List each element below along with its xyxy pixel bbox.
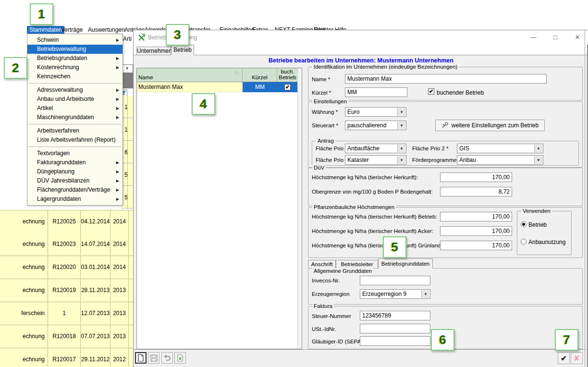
table-row[interactable]: echnung R120018 07.07.2013 2013 [0, 325, 133, 348]
invecos-input[interactable] [360, 276, 430, 285]
confirm-button[interactable]: ✔ [558, 352, 570, 364]
group-legend: Pflanzenbauliche Höchstmengen [312, 204, 396, 210]
betrieb-name-cell[interactable]: Mustermann Max [137, 82, 243, 92]
menu-item-textvorlagen[interactable]: Textvorlagen [27, 149, 122, 158]
tab-betrieb[interactable]: Betrieb [171, 45, 194, 55]
menu-item-betriebsgrunddaten[interactable]: Betriebsgrunddaten▶ [27, 54, 122, 63]
name-input[interactable] [345, 74, 547, 84]
minimize-button[interactable]: — [522, 30, 544, 45]
submenu-arrow-icon: ▶ [116, 185, 119, 195]
hoechstmenge-acker-input[interactable] [440, 226, 512, 236]
submenu-arrow-icon: ▶ [116, 86, 119, 95]
menubar-item-auswertungen[interactable]: Auswertungen [86, 26, 127, 34]
subtab-anschrift[interactable]: Anschrift [308, 260, 336, 269]
hoechstmenge-betrieb-label: Höchstmenge kg N/ha (tierischer Herkunft… [312, 214, 437, 220]
column-header-name[interactable]: Name △ [137, 68, 243, 82]
submenu-arrow-icon: ▶ [116, 95, 119, 104]
cancel-button[interactable]: ✘ [571, 352, 583, 364]
callout-2: 2 [4, 57, 27, 79]
erzeugerregion-select[interactable]: Erzeugerregion 9 ▼ [360, 289, 430, 299]
hoechstmenge-n-input[interactable] [440, 172, 512, 182]
verwenden-betrieb-radio[interactable] [521, 221, 527, 227]
doc-number-cell: R120017 [48, 348, 81, 367]
date-cell: 12.07.2013 [81, 302, 110, 324]
waehrung-select[interactable]: Euro ▼ [345, 107, 406, 117]
betriebe-list: Name △ Kürzel buch. Betrieb Mustermann M… [136, 68, 302, 349]
buch-betrieb-checkbox[interactable]: ✔ [284, 84, 291, 90]
save-button[interactable] [148, 352, 159, 364]
table-row[interactable]: echnung R120019 28.11.2013 2013 [0, 279, 133, 302]
glaeubiger-id-input[interactable] [360, 336, 430, 346]
table-row[interactable]: echnung R120025 04.12.2014 2014 [0, 210, 133, 233]
betrieb-buch-cell[interactable]: ✔ [277, 82, 298, 92]
select-value: Euro [347, 109, 359, 115]
menu-item-flaechengrunddaten[interactable]: Flächengrunddaten/Verträge▶ [27, 185, 122, 195]
column-header-buch-betrieb[interactable]: buch. Betrieb [277, 68, 298, 82]
flaeche-prio2-select[interactable]: GIS ▼ [457, 144, 543, 153]
menu-item-artikel[interactable]: Artikel▶ [27, 104, 122, 113]
kuerzel-input[interactable] [345, 87, 407, 97]
menu-item-label: Schwein [37, 37, 59, 43]
buchender-betrieb-checkbox[interactable]: ✔ [428, 88, 434, 95]
date-cell: 28.11.2013 [81, 279, 110, 301]
steuer-nummer-input[interactable] [360, 311, 430, 320]
weitere-einstellungen-button[interactable]: weitere Einstellungen zum Betrieb [435, 120, 545, 131]
menu-item-arbeitsverfahren[interactable]: Arbeitsverfahren [27, 126, 122, 135]
column-header-label: Name [138, 74, 153, 80]
menu-item-liste-arbeitsverfahren[interactable]: Liste Arbeitsverfahren (Report) [27, 135, 122, 145]
menu-item-label: Textvorlagen [37, 150, 70, 157]
menu-item-lagergrunddaten[interactable]: Lagergrunddaten▶ [27, 195, 122, 204]
menu-item-kennzeichen[interactable]: Kennzeichen [27, 72, 122, 81]
subtab-betriebsgrunddaten[interactable]: Betriebsgrunddaten [378, 258, 433, 269]
steuerart-select[interactable]: pauschalierend ▼ [345, 121, 406, 130]
menu-item-adressverwaltung[interactable]: Adressverwaltung▶ [27, 86, 122, 95]
group-legend: Antrag [316, 138, 335, 144]
flaeche-prio3-select[interactable]: Kataster ▼ [345, 155, 406, 165]
ust-idnr-input[interactable] [360, 324, 430, 333]
doc-number-cell: R120019 [48, 279, 81, 301]
column-header-label: Betrieb [277, 74, 298, 80]
table-row[interactable]: ferschein 1 12.07.2013 2013 [0, 302, 133, 325]
menu-item-kostenrechnung[interactable]: Kostenrechnung▶ [27, 63, 122, 72]
table-row[interactable]: echnung R120020 03.01.2014 2014 [0, 256, 133, 279]
table-row[interactable]: echnung R120023 14.07.2014 2014 [0, 233, 133, 256]
hoechstmenge-betrieb-input[interactable] [440, 212, 512, 221]
hoechstmenge-gruenland-input[interactable] [440, 241, 512, 250]
doc-type-cell: echnung [0, 325, 48, 347]
excel-export-button[interactable] [174, 352, 186, 364]
submenu-arrow-icon: ▶ [116, 63, 119, 72]
table-row[interactable]: echnung R120017 29.11.2012 2012 [0, 348, 133, 367]
betrieb-kuerzel-cell[interactable]: MM [243, 82, 277, 92]
obergrenze-p-input[interactable] [440, 187, 512, 196]
menu-item-fakturagrunddaten[interactable]: Fakturagrunddaten▶ [27, 158, 122, 167]
menu-item-duev-jahresbilanzen[interactable]: DÜV Jahresbilanzen▶ [27, 176, 122, 185]
flaeche-prio1-select[interactable]: Anbaufläche ▼ [345, 144, 406, 153]
menu-item-label: Betriebsgrunddaten [37, 55, 87, 61]
subtab-betriebsleiter[interactable]: Betriebsleiter [336, 260, 378, 269]
group-legend: Faktura [312, 303, 334, 309]
date-cell: 04.12.2014 [81, 210, 110, 232]
betriebsverwaltung-dialog: Betriebsverwaltung — □ ✕ Unternehmen Bet… [133, 30, 588, 367]
menu-item-betriebsverwaltung[interactable]: Betriebsverwaltung [27, 45, 122, 54]
select-value: Kataster [347, 157, 369, 163]
menubar-item-vertraege[interactable]: Verträge [59, 26, 85, 34]
betrieb-row[interactable]: Mustermann Max MM ✔ [137, 82, 298, 92]
verwenden-anbaunutzung-label: Anbaunutzung [528, 239, 565, 245]
menu-item-maschinengrunddaten[interactable]: Maschinengrunddaten▶ [27, 113, 122, 122]
chevron-down-icon: ▼ [397, 156, 405, 164]
verwenden-anbaunutzung-radio[interactable] [521, 239, 527, 245]
doc-type-cell: ferschein [0, 302, 48, 324]
undo-button[interactable] [161, 352, 173, 364]
list-scrollbar[interactable] [297, 68, 302, 349]
callout-3: 3 [166, 24, 189, 46]
menu-item-schwein[interactable]: Schwein▶ [27, 36, 122, 45]
date-cell: 07.07.2013 [81, 325, 110, 347]
column-header-kuerzel[interactable]: Kürzel [243, 68, 277, 82]
maximize-button[interactable]: □ [544, 30, 566, 45]
foerderprogramme-select[interactable]: Anbau ▼ [457, 155, 543, 165]
tab-unternehmen[interactable]: Unternehmen [136, 47, 171, 55]
menu-item-anbau-und-arbeitsorte[interactable]: Anbau und Arbeitsorte▶ [27, 95, 122, 104]
menu-item-duengeplanung[interactable]: Düngeplanung▶ [27, 167, 122, 176]
dialog-titlebar[interactable]: Betriebsverwaltung — □ ✕ [134, 30, 588, 45]
new-record-button[interactable] [135, 352, 147, 364]
